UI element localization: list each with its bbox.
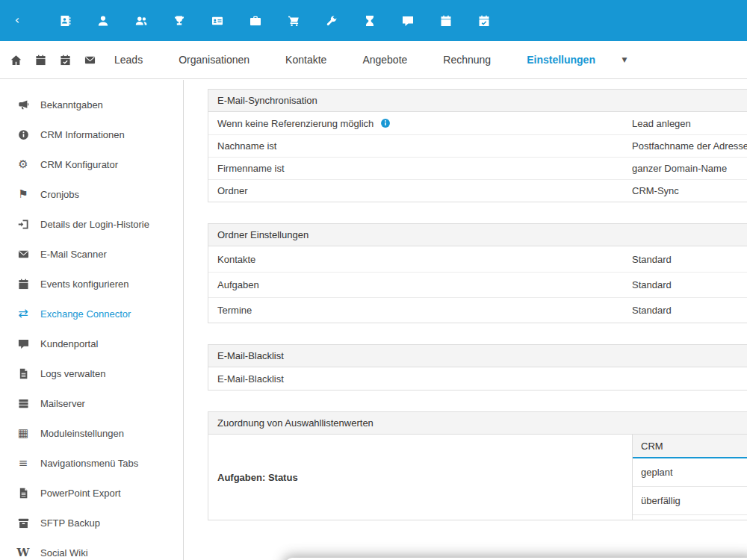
sidebar-item-kundenportal[interactable]: Kundenportal bbox=[0, 329, 183, 358]
settings-row: Firmenname ist ganzer Domain-Name bbox=[208, 157, 747, 179]
panel-email-synchronisation: E-Mail-Synchronisation Wenn keine Refere… bbox=[208, 89, 747, 202]
setting-label: E-Mail-Blacklist bbox=[208, 373, 284, 385]
module-nav-bar: Leads Organisationen Kontakte Angebote R… bbox=[0, 41, 747, 79]
setting-label: Firmenname ist bbox=[208, 163, 285, 174]
sidebar-item-powerpoint-export[interactable]: PowerPoint Export bbox=[0, 478, 183, 508]
address-book-icon[interactable] bbox=[58, 14, 72, 28]
settings-sidebar: Bekanntgaben CRM Informationen ⚙ CRM Kon… bbox=[0, 80, 184, 560]
sidebar-item-label: Mailserver bbox=[40, 398, 85, 409]
mapping-table: CRM geplant überfällig bbox=[632, 435, 747, 520]
sidebar-item-bekanntgaben[interactable]: Bekanntgaben bbox=[0, 90, 183, 119]
comment-icon bbox=[16, 337, 31, 350]
sidebar-item-label: Social Wiki bbox=[40, 547, 88, 559]
sidebar-item-events-konfigurieren[interactable]: Events konfigurieren bbox=[0, 269, 183, 299]
tab-organisationen[interactable]: Organisationen bbox=[179, 54, 249, 66]
mapping-value-cell[interactable]: geplant bbox=[633, 458, 747, 487]
panel-zuordnung-auswahllistenwerte: Zuordnung von Auswahllistenwerten Aufgab… bbox=[208, 411, 747, 520]
panel-title: Zuordnung von Auswahllistenwerten bbox=[208, 412, 747, 435]
sidebar-item-label: E-Mail Scanner bbox=[40, 249, 107, 260]
comment-icon[interactable] bbox=[401, 14, 415, 28]
top-app-bar: ‹ bbox=[0, 0, 747, 41]
sidebar-item-login-historie[interactable]: Details der Login-Historie bbox=[0, 209, 183, 239]
panel-title: E-Mail-Synchronisation bbox=[208, 90, 747, 112]
gears-icon: ⚙ bbox=[16, 158, 31, 171]
info-circle-icon bbox=[16, 128, 31, 141]
info-icon[interactable] bbox=[379, 118, 391, 129]
setting-value[interactable]: ganzer Domain-Name bbox=[632, 163, 727, 174]
sidebar-item-social-wiki[interactable]: W Social Wiki bbox=[0, 538, 183, 560]
grid-icon: ▦ bbox=[16, 426, 31, 440]
setting-value[interactable]: Standard bbox=[632, 254, 672, 265]
tab-einstellungen[interactable]: Einstellungen bbox=[527, 54, 595, 66]
panel-title: E-Mail-Blacklist bbox=[208, 345, 747, 367]
setting-value[interactable]: Postfachname der Adresse bbox=[632, 140, 747, 152]
calendar-check-icon[interactable] bbox=[477, 14, 491, 28]
wiki-w-icon: W bbox=[16, 546, 31, 559]
setting-label: Nachname ist bbox=[208, 140, 276, 152]
sidebar-item-crm-informationen[interactable]: CRM Informationen bbox=[0, 119, 183, 149]
panel-email-blacklist: E-Mail-Blacklist E-Mail-Blacklist bbox=[208, 344, 747, 391]
mapping-row-label: Aufgaben: Status bbox=[208, 435, 632, 520]
sidebar-item-mailserver[interactable]: Mailserver bbox=[0, 388, 183, 418]
briefcase-icon[interactable] bbox=[249, 14, 262, 28]
trophy-icon[interactable] bbox=[173, 14, 186, 28]
sidebar-item-logs-verwalten[interactable]: Logs verwalten bbox=[0, 358, 183, 388]
envelope-icon[interactable] bbox=[83, 53, 96, 66]
caret-down-icon[interactable]: ▼ bbox=[618, 53, 631, 66]
sidebar-item-email-scanner[interactable]: E-Mail Scanner bbox=[0, 239, 183, 269]
settings-content: E-Mail-Synchronisation Wenn keine Refere… bbox=[185, 80, 747, 560]
setting-value[interactable]: Lead anlegen bbox=[632, 118, 691, 129]
sidebar-item-exchange-connector[interactable]: ⇄ Exchange Connector bbox=[0, 299, 183, 329]
sidebar-item-label: Exchange Connector bbox=[40, 308, 131, 320]
sidebar-item-navigationsmenue-tabs[interactable]: ≡ Navigationsmenü Tabs bbox=[0, 448, 183, 478]
hourglass-icon[interactable] bbox=[363, 14, 376, 28]
chevron-left-icon[interactable]: ‹ bbox=[10, 14, 24, 28]
id-card-icon[interactable] bbox=[211, 14, 224, 28]
sidebar-item-label: Moduleinstellungen bbox=[40, 428, 124, 439]
settings-row: Kontakte Standard bbox=[208, 246, 747, 272]
sign-in-icon bbox=[16, 217, 31, 231]
tab-angebote[interactable]: Angebote bbox=[362, 54, 407, 66]
setting-value[interactable]: CRM-Sync bbox=[632, 185, 679, 196]
setting-label: Termine bbox=[208, 305, 252, 316]
sidebar-item-label: PowerPoint Export bbox=[40, 488, 121, 499]
sidebar-item-sftp-backup[interactable]: SFTP Backup bbox=[0, 508, 183, 538]
tab-kontakte[interactable]: Kontakte bbox=[285, 54, 326, 66]
settings-row: Ordner CRM-Sync bbox=[208, 179, 747, 202]
sidebar-item-label: Details der Login-Historie bbox=[40, 219, 149, 230]
calendar-icon bbox=[16, 277, 31, 290]
archive-icon bbox=[16, 516, 31, 529]
cart-icon[interactable] bbox=[287, 14, 300, 28]
calendar-check-icon[interactable] bbox=[58, 53, 72, 66]
sidebar-item-label: SFTP Backup bbox=[40, 517, 100, 529]
mapping-value-cell[interactable]: überfällig bbox=[633, 487, 747, 515]
users-icon[interactable] bbox=[134, 14, 148, 28]
settings-row: Nachname ist Postfachname der Adresse bbox=[208, 134, 747, 157]
module-tabs: Leads Organisationen Kontakte Angebote R… bbox=[114, 54, 595, 66]
sidebar-item-label: Navigationsmenü Tabs bbox=[40, 458, 138, 469]
home-icon[interactable] bbox=[9, 53, 22, 66]
calendar-icon[interactable] bbox=[34, 53, 47, 66]
calendar-icon[interactable] bbox=[439, 14, 453, 28]
sidebar-item-label: Cronjobs bbox=[40, 189, 79, 200]
sidebar-item-crm-konfigurator[interactable]: ⚙ CRM Konfigurator bbox=[0, 149, 183, 179]
wrench-icon[interactable] bbox=[325, 14, 338, 28]
sidebar-item-label: CRM Konfigurator bbox=[40, 159, 118, 170]
setting-label: Ordner bbox=[208, 185, 247, 196]
sidebar-item-label: Bekanntgaben bbox=[40, 99, 103, 111]
settings-row: Termine Standard bbox=[208, 297, 747, 323]
setting-value[interactable]: Standard bbox=[632, 279, 672, 290]
sidebar-item-label: Logs verwalten bbox=[40, 368, 105, 379]
sidebar-item-moduleinstellungen[interactable]: ▦ Moduleinstellungen bbox=[0, 418, 183, 448]
settings-row: Aufgaben Standard bbox=[208, 272, 747, 297]
file-icon bbox=[16, 486, 31, 500]
sidebar-item-label: CRM Informationen bbox=[40, 129, 125, 140]
user-icon[interactable] bbox=[96, 14, 110, 28]
sidebar-item-cronjobs[interactable]: ⚑ Cronjobs bbox=[0, 179, 183, 209]
setting-value[interactable]: Standard bbox=[632, 305, 672, 316]
sidebar-item-label: Kundenportal bbox=[40, 338, 98, 349]
tab-rechnung[interactable]: Rechnung bbox=[443, 54, 491, 66]
module-icon-strip bbox=[58, 14, 491, 28]
tab-leads[interactable]: Leads bbox=[114, 54, 143, 66]
mapping-column-header: CRM bbox=[633, 435, 747, 458]
